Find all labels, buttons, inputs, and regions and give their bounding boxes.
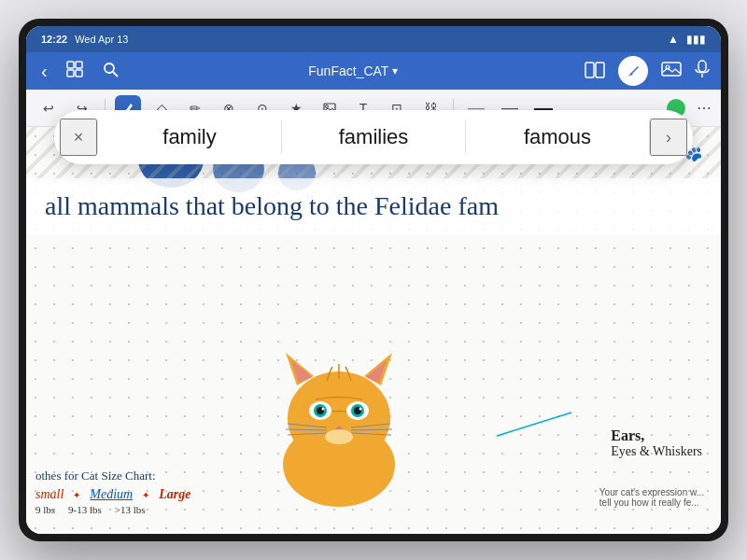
size-large-label: Large (159, 487, 190, 502)
svg-rect-2 (67, 70, 74, 77)
mic-button[interactable] (695, 60, 710, 82)
svg-rect-1 (76, 62, 82, 68)
svg-rect-7 (596, 63, 604, 77)
size-medium-weight: 9-13 lbs (68, 504, 102, 515)
wifi-icon: ▲ (668, 33, 679, 46)
annotation-ears: Ears, (611, 427, 702, 444)
status-date: Wed Apr 13 (75, 34, 128, 45)
status-icons: ▲ ▮▮▮ (668, 33, 706, 46)
annotation-eyes-whiskers: Eyes & Whiskers (611, 444, 702, 459)
app-toolbar: ‹ FunFact_CAT ▾ (26, 52, 721, 90)
autocomplete-close-button[interactable]: × (60, 119, 97, 156)
svg-point-13 (326, 105, 329, 107)
svg-rect-3 (76, 70, 82, 77)
status-time: 12:22 (41, 34, 67, 45)
document-title: FunFact_CAT (308, 63, 388, 78)
autocomplete-suggestion-famous[interactable]: famous (466, 110, 649, 164)
size-small-label: small (35, 487, 63, 502)
dropdown-icon: ▾ (392, 64, 398, 77)
layout-button[interactable] (585, 62, 605, 81)
svg-point-26 (321, 408, 324, 411)
toolbar-title: FunFact_CAT ▾ (134, 63, 573, 78)
search-button[interactable] (98, 57, 122, 85)
svg-rect-8 (662, 63, 681, 76)
svg-rect-6 (585, 63, 594, 77)
size-medium-label: Medium (90, 487, 133, 502)
cat-ears-annotation: Ears, Eyes & Whiskers (611, 427, 702, 459)
back-button[interactable]: ‹ (37, 57, 51, 86)
battery-icon: ▮▮▮ (686, 33, 706, 46)
svg-rect-10 (698, 61, 706, 72)
size-large-weight: >13 lbs (115, 504, 146, 515)
cat-illustration (260, 343, 418, 515)
svg-rect-0 (67, 62, 74, 68)
main-content: 🐾 all mammals that belong to the Felidae… (26, 127, 721, 534)
annotation-line (497, 403, 571, 441)
size-chart-title: othes for Cat Size Chart: (35, 469, 190, 483)
svg-point-27 (359, 408, 361, 411)
handwritten-section: all mammals that belong to the Felidae f… (26, 178, 721, 234)
autocomplete-overlay: × family families famous › (54, 110, 693, 164)
toolbar-right-icons (585, 56, 710, 86)
autocomplete-suggestion-families[interactable]: families (282, 110, 465, 164)
image-button[interactable] (661, 61, 682, 81)
grid-button[interactable] (63, 57, 87, 85)
autocomplete-bar: × family families famous › (54, 110, 693, 164)
size-small-weight: 9 lbs (35, 504, 55, 515)
svg-point-35 (325, 429, 353, 444)
status-bar: 12:22 Wed Apr 13 ▲ ▮▮▮ (26, 26, 721, 52)
autocomplete-next-button[interactable]: › (650, 119, 687, 156)
svg-point-15 (288, 371, 390, 465)
tablet-frame: 12:22 Wed Apr 13 ▲ ▮▮▮ ‹ (19, 19, 728, 541)
pen-active-button[interactable] (618, 56, 648, 86)
size-chart: othes for Cat Size Chart: small ✦ Medium… (35, 469, 190, 515)
autocomplete-suggestion-family[interactable]: family (98, 110, 281, 164)
handwritten-text: all mammals that belong to the Felidae f… (26, 186, 721, 227)
more-colors-icon[interactable]: ⋯ (697, 99, 712, 117)
tablet-screen: 12:22 Wed Apr 13 ▲ ▮▮▮ ‹ (26, 26, 721, 534)
cat-caption: Your cat's expression w... tell you how … (599, 487, 704, 508)
svg-line-5 (113, 72, 118, 77)
svg-point-4 (105, 63, 114, 73)
svg-line-36 (497, 413, 571, 436)
